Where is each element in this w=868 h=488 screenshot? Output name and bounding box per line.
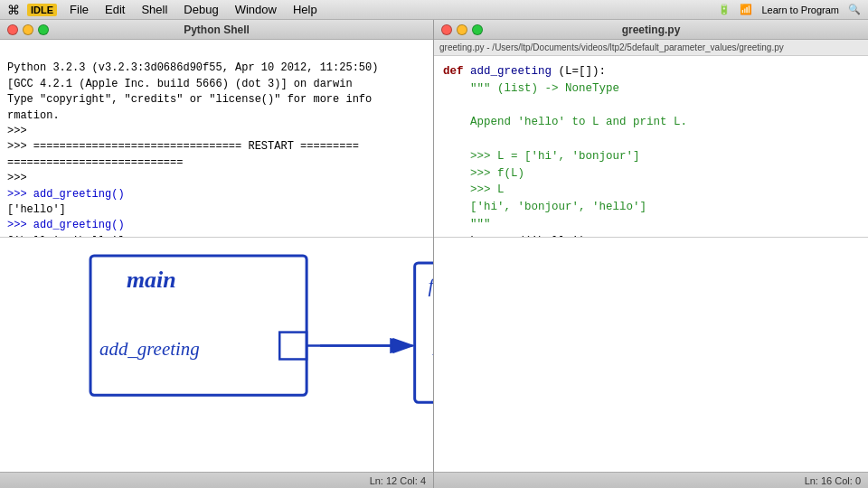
editor-content[interactable]: def add_greeting (L=[]): """ (list) -> N…: [434, 56, 868, 237]
shell-window-controls: [7, 24, 49, 35]
menu-file[interactable]: File: [62, 1, 96, 18]
svg-text:function: function: [429, 274, 433, 296]
apple-menu[interactable]: ⌘: [7, 3, 20, 17]
editor-maximize-btn[interactable]: [472, 24, 483, 35]
docstring-example4: ['hi', 'bonjour', 'hello']: [443, 201, 646, 213]
func-params: (L=[]):: [559, 65, 607, 78]
menu-shell[interactable]: Shell: [134, 1, 175, 18]
editor-title: greeting.py: [622, 23, 681, 36]
docstring-line2: [443, 98, 859, 115]
svg-text:L: L: [432, 334, 433, 361]
shell-drawing-area: main add_greeting function L: [0, 237, 433, 472]
func-name: add_greeting: [470, 65, 552, 78]
docstring-line7: >>> L: [443, 182, 859, 199]
shell-output: Python 3.2.3 (v3.2.3:3d0686d90f55, Apr 1…: [7, 45, 426, 237]
shell-window: Python Shell Python 3.2.3 (v3.2.3:3d0686…: [0, 20, 434, 488]
docstring-line5: >>> L = ['hi', 'bonjour']: [443, 148, 859, 165]
wifi-icon: 📶: [740, 4, 752, 15]
docstring-close: """: [443, 216, 859, 233]
battery-icon: 🔋: [718, 4, 731, 15]
menubar: ⌘ IDLE File Edit Shell Debug Window Help…: [0, 0, 868, 20]
docstring-desc: Append 'hello' to L and print L.: [443, 116, 687, 128]
editor-drawing-area: [434, 237, 868, 472]
editor-filepath: greeting.py - /Users/ltp/Documents/video…: [434, 40, 868, 56]
svg-text:add_greeting: add_greeting: [99, 338, 200, 360]
docstring-example3: >>> L: [443, 183, 505, 196]
filepath-text: greeting.py - /Users/ltp/Documents/video…: [439, 42, 784, 52]
menubar-right: 🔋 📶 Learn to Program 🔍: [718, 4, 861, 15]
windows-container: Python Shell Python 3.2.3 (v3.2.3:3d0686…: [0, 20, 868, 488]
editor-titlebar: greeting.py: [434, 20, 868, 40]
editor-close-btn[interactable]: [441, 24, 452, 35]
idle-logo: IDLE: [27, 4, 57, 16]
drawing-svg: main add_greeting function L: [0, 238, 433, 472]
shell-close-btn[interactable]: [7, 24, 18, 35]
menu-help[interactable]: Help: [286, 1, 325, 18]
menu-window[interactable]: Window: [228, 1, 284, 18]
editor-window: greeting.py greeting.py - /Users/ltp/Doc…: [434, 20, 868, 488]
docstring-open: """ (list) -> NoneType: [443, 82, 619, 95]
code-line-def: def add_greeting (L=[]):: [443, 63, 859, 80]
editor-status-bar: Ln: 16 Col: 0: [434, 472, 868, 488]
shell-minimize-btn[interactable]: [23, 24, 33, 35]
docstring-example2: >>> f(L): [443, 167, 524, 180]
editor-minimize-btn[interactable]: [457, 24, 467, 35]
docstring-line6: >>> f(L): [443, 165, 859, 183]
learn-label: Learn to Program: [761, 5, 839, 15]
docstring-line3: Append 'hello' to L and print L.: [443, 114, 859, 131]
search-icon[interactable]: 🔍: [848, 4, 861, 15]
docstring-line8: ['hi', 'bonjour', 'hello']: [443, 199, 859, 216]
editor-status-text: Ln: 16 Col: 0: [805, 475, 861, 486]
shell-status-text: Ln: 12 Col: 4: [370, 475, 426, 486]
docstring-line4: [443, 131, 859, 148]
keyword-def: def: [443, 65, 464, 78]
shell-maximize-btn[interactable]: [38, 24, 49, 35]
svg-text:main: main: [127, 267, 176, 293]
editor-window-controls: [441, 24, 483, 35]
shell-title: Python Shell: [184, 23, 250, 36]
docstring-end: """: [443, 218, 491, 230]
shell-status-bar: Ln: 12 Col: 4: [0, 472, 433, 488]
docstring-line1: """ (list) -> NoneType: [443, 80, 859, 98]
svg-rect-0: [90, 256, 307, 395]
menu-edit[interactable]: Edit: [98, 1, 132, 18]
menu-debug[interactable]: Debug: [176, 1, 225, 18]
menubar-left: ⌘ IDLE File Edit Shell Debug Window Help: [7, 1, 325, 18]
svg-rect-3: [279, 333, 307, 360]
shell-titlebar: Python Shell: [0, 20, 433, 40]
docstring-example1: >>> L = ['hi', 'bonjour']: [443, 150, 640, 163]
shell-content[interactable]: Python 3.2.3 (v3.2.3:3d0686d90f55, Apr 1…: [0, 40, 433, 237]
